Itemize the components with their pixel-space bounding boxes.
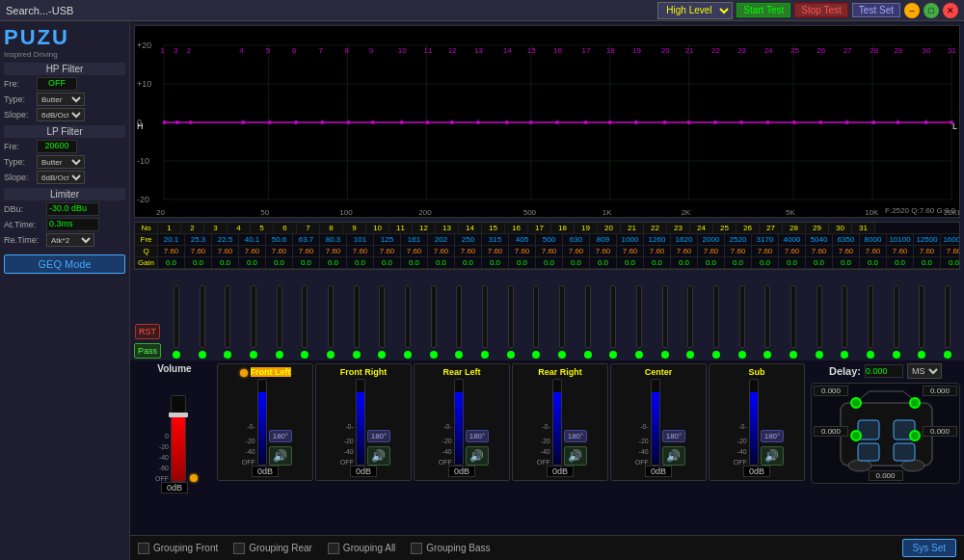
eq-slider-dot[interactable] <box>532 351 540 359</box>
channel-speaker-button[interactable]: 🔊 <box>564 446 587 466</box>
grouping-bass-checkbox[interactable] <box>411 543 422 554</box>
grouping-front-item[interactable]: Grouping Front <box>138 543 218 554</box>
eq-slider-dot[interactable] <box>661 351 669 359</box>
eq-cell[interactable]: 0.0 <box>293 257 320 268</box>
eq-slider-dot[interactable] <box>276 351 283 359</box>
eq-cell[interactable]: 0.0 <box>914 257 941 268</box>
eq-slider-dot[interactable] <box>918 351 925 359</box>
geq-mode-button[interactable]: GEQ Mode <box>4 254 125 274</box>
grouping-rear-checkbox[interactable] <box>233 543 245 554</box>
eq-slider-dot[interactable] <box>224 351 231 359</box>
eq-slider-dot[interactable] <box>250 351 257 359</box>
delay-dot-ml[interactable] <box>850 430 862 441</box>
channel-fader-track[interactable] <box>651 379 660 466</box>
eq-slider-dot[interactable] <box>301 351 308 359</box>
eq-cell[interactable]: 0.0 <box>239 257 266 268</box>
eq-slider-track[interactable] <box>790 285 796 348</box>
limiter-dbu-value[interactable]: -30.0 dBu <box>46 202 99 216</box>
limiter-at-value[interactable]: 0.3ms <box>46 218 99 231</box>
eq-cell[interactable]: 0.0 <box>158 257 185 268</box>
channel-phase-button[interactable]: 180° <box>466 430 490 442</box>
eq-cell[interactable]: 0.0 <box>509 257 536 268</box>
lp-fre-value[interactable]: 20600 <box>37 140 77 153</box>
eq-slider-track[interactable] <box>482 285 488 348</box>
eq-cell[interactable]: 0.0 <box>401 257 428 268</box>
test-set-button[interactable]: Test Set <box>852 3 900 17</box>
hp-fre-value[interactable]: OFF <box>37 77 77 91</box>
eq-slider-track[interactable] <box>894 285 899 348</box>
channel-phase-button[interactable]: 180° <box>564 430 588 442</box>
eq-slider-track[interactable] <box>277 285 282 348</box>
eq-slider-dot[interactable] <box>481 351 489 359</box>
eq-slider-track[interactable] <box>842 285 847 348</box>
eq-slider-track[interactable] <box>585 285 591 348</box>
rst-button[interactable]: RST <box>135 324 160 339</box>
eq-slider-dot[interactable] <box>763 351 771 359</box>
eq-cell[interactable]: 0.0 <box>563 257 590 268</box>
eq-cell[interactable]: 0.0 <box>212 257 239 268</box>
channel-fader-track[interactable] <box>454 379 464 466</box>
channel-phase-button[interactable]: 180° <box>367 430 391 442</box>
grouping-bass-item[interactable]: Grouping Bass <box>411 543 490 554</box>
eq-slider-dot[interactable] <box>430 351 438 359</box>
channel-speaker-button[interactable]: 🔊 <box>761 446 784 466</box>
sys-set-button[interactable]: Sys Set <box>902 539 956 557</box>
eq-slider-track[interactable] <box>739 285 745 348</box>
eq-slider-dot[interactable] <box>790 351 797 359</box>
eq-slider-dot[interactable] <box>584 351 592 359</box>
grouping-rear-item[interactable]: Grouping Rear <box>233 543 312 554</box>
eq-cell[interactable]: 0.0 <box>779 257 806 268</box>
eq-chart[interactable]: F:2520 Q:7.60 G:0.0 H L <box>134 25 960 218</box>
channel-fader-track[interactable] <box>552 379 562 466</box>
eq-slider-track[interactable] <box>200 285 205 348</box>
eq-slider-dot[interactable] <box>378 351 386 359</box>
delay-dot-tr[interactable] <box>909 397 921 409</box>
eq-slider-track[interactable] <box>508 285 514 348</box>
channel-speaker-button[interactable]: 🔊 <box>269 446 292 466</box>
delay-input[interactable] <box>865 364 903 378</box>
channel-phase-button[interactable]: 180° <box>761 430 785 442</box>
delay-dot-mr[interactable] <box>909 430 921 441</box>
eq-slider-dot[interactable] <box>635 351 643 359</box>
eq-slider-track[interactable] <box>354 285 360 348</box>
grouping-front-checkbox[interactable] <box>138 543 149 554</box>
eq-cell[interactable]: 0.0 <box>185 257 212 268</box>
eq-slider-dot[interactable] <box>404 351 412 359</box>
eq-cell[interactable]: 0.0 <box>887 257 914 268</box>
eq-slider-dot[interactable] <box>609 351 617 359</box>
lp-slope-select[interactable]: 6dB/Oct12dB/Oct <box>37 171 85 184</box>
eq-cell[interactable]: 0.0 <box>347 257 374 268</box>
eq-slider-dot[interactable] <box>173 351 180 359</box>
eq-cell[interactable]: 0.0 <box>671 257 698 268</box>
start-test-button[interactable]: Start Test <box>736 3 790 17</box>
eq-cell[interactable]: 0.0 <box>374 257 401 268</box>
eq-cell[interactable]: 0.0 <box>617 257 644 268</box>
eq-cell[interactable]: 0.0 <box>455 257 482 268</box>
eq-slider-track[interactable] <box>713 285 719 348</box>
pass-button[interactable]: Pass <box>134 343 161 359</box>
eq-slider-track[interactable] <box>431 285 437 348</box>
eq-cell[interactable]: 0.0 <box>590 257 617 268</box>
eq-cell[interactable]: 0.0 <box>428 257 455 268</box>
hp-type-select[interactable]: ButterBessel <box>37 93 85 106</box>
eq-slider-dot[interactable] <box>944 351 951 359</box>
level-dropdown[interactable]: High Level Low Level <box>657 2 733 19</box>
eq-slider-track[interactable] <box>610 285 616 348</box>
eq-slider-dot[interactable] <box>507 351 515 359</box>
eq-slider-track[interactable] <box>405 285 411 348</box>
stop-test-button[interactable]: Stop Test <box>794 3 848 17</box>
eq-cell[interactable]: 0.0 <box>752 257 779 268</box>
eq-cell[interactable]: 0.0 <box>725 257 752 268</box>
eq-cell[interactable]: 0.0 <box>536 257 563 268</box>
eq-slider-dot[interactable] <box>558 351 566 359</box>
eq-slider-dot[interactable] <box>841 351 848 359</box>
eq-cell[interactable]: 0.0 <box>266 257 293 268</box>
eq-slider-track[interactable] <box>174 285 179 348</box>
channel-fader-track[interactable] <box>749 379 759 466</box>
eq-slider-track[interactable] <box>559 285 565 348</box>
channel-speaker-button[interactable]: 🔊 <box>367 446 390 466</box>
eq-slider-track[interactable] <box>662 285 668 348</box>
volume-fader[interactable] <box>171 395 186 482</box>
eq-cell[interactable]: 0.0 <box>698 257 725 268</box>
eq-slider-dot[interactable] <box>867 351 874 359</box>
